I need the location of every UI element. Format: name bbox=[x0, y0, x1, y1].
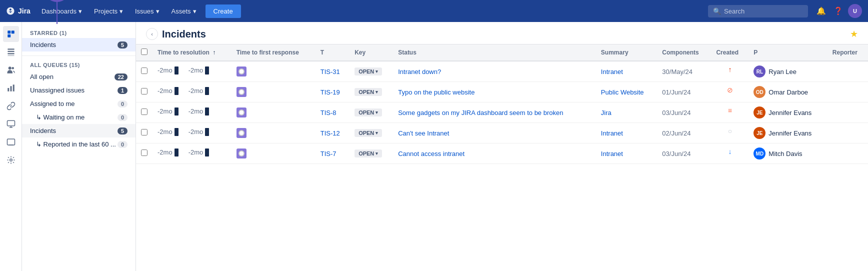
col-key: Key bbox=[350, 44, 393, 61]
issue-summary-link[interactable]: Cannot access intranet bbox=[398, 150, 464, 158]
reporter-cell: OD Omar Darboe bbox=[748, 82, 828, 102]
nav-dashboards[interactable]: Dashboards ▾ bbox=[36, 4, 87, 18]
project-switcher-icon[interactable] bbox=[3, 26, 19, 42]
component-link[interactable]: Intranet bbox=[601, 68, 623, 76]
component-cell: Intranet bbox=[596, 144, 657, 164]
nav-projects[interactable]: Projects ▾ bbox=[89, 4, 128, 18]
col-time-to-resolution[interactable]: Time to resolution ↑ bbox=[152, 44, 232, 61]
status-cell: OPEN ▾ bbox=[350, 144, 393, 164]
issue-type-icon bbox=[236, 148, 246, 158]
search-bar[interactable]: 🔍 Search bbox=[708, 5, 808, 18]
status-badge[interactable]: OPEN ▾ bbox=[354, 129, 382, 137]
queue-item-all-open[interactable]: All open 22 bbox=[22, 70, 136, 84]
notifications-icon[interactable]: 🔔 bbox=[814, 4, 828, 18]
status-badge[interactable]: OPEN ▾ bbox=[354, 150, 382, 158]
reporter-avatar: MD bbox=[754, 148, 766, 160]
page-title: Incidents bbox=[162, 28, 206, 40]
board-view-icon[interactable] bbox=[3, 44, 19, 60]
component-link[interactable]: Intranet bbox=[601, 150, 623, 158]
help-icon[interactable]: ❓ bbox=[831, 4, 845, 18]
status-badge[interactable]: OPEN ▾ bbox=[354, 68, 382, 76]
priority-cell: ≡ bbox=[711, 102, 748, 118]
component-cell: Intranet bbox=[596, 61, 657, 82]
row-checkbox[interactable] bbox=[141, 150, 148, 156]
people-icon[interactable] bbox=[3, 62, 19, 78]
row-checkbox[interactable] bbox=[141, 108, 148, 115]
issue-key-link[interactable]: TIS-12 bbox=[320, 130, 340, 137]
queue-item-label: Unassigned issues bbox=[30, 86, 84, 94]
select-all-checkbox[interactable] bbox=[141, 48, 148, 55]
svg-rect-15 bbox=[7, 139, 14, 145]
jira-logo[interactable]: Jira bbox=[6, 6, 30, 16]
time-bar-icon bbox=[205, 66, 209, 74]
link-icon[interactable] bbox=[3, 98, 19, 114]
top-nav: Jira Dashboards ▾ Projects ▾ Issues ▾ As… bbox=[0, 0, 868, 22]
user-avatar[interactable]: U bbox=[848, 4, 862, 18]
priority-cell: ↑ bbox=[711, 62, 748, 78]
created-cell: 03/Jun/24 bbox=[657, 102, 711, 123]
time-bar-icon bbox=[174, 87, 178, 95]
created-cell: 01/Jun/24 bbox=[657, 82, 711, 102]
issue-summary-link[interactable]: Intranet down? bbox=[398, 68, 441, 76]
queue-item-incidents[interactable]: Incidents 5 bbox=[22, 124, 136, 138]
issues-table-wrap: Time to resolution ↑ Time to first respo… bbox=[136, 44, 868, 271]
issue-key-link[interactable]: TIS-7 bbox=[320, 150, 336, 158]
row-checkbox[interactable] bbox=[141, 88, 148, 94]
summary-cell: Cannot access intranet bbox=[393, 144, 596, 164]
component-link[interactable]: Public Website bbox=[601, 88, 644, 96]
queue-item-incidents-starred[interactable]: Incidents 5 bbox=[22, 38, 136, 52]
svg-rect-1 bbox=[11, 30, 14, 34]
svg-rect-3 bbox=[8, 48, 14, 50]
chart-icon[interactable] bbox=[3, 80, 19, 96]
queue-item-label: All open bbox=[30, 73, 54, 80]
col-status: Status bbox=[393, 44, 596, 61]
issue-key-link[interactable]: TIS-31 bbox=[320, 68, 340, 76]
collapse-button[interactable]: ‹ bbox=[146, 28, 158, 40]
status-badge[interactable]: OPEN ▾ bbox=[354, 88, 382, 96]
queue-item-waiting-on-me[interactable]: ↳ Waiting on me 0 bbox=[22, 110, 136, 124]
issue-key-link[interactable]: TIS-19 bbox=[320, 88, 340, 96]
component-cell: Jira bbox=[596, 102, 657, 123]
queue-item-badge: 1 bbox=[118, 87, 128, 94]
reporter-cell: JE Jennifer Evans bbox=[748, 102, 828, 123]
queue-item-reported-last-60[interactable]: ↳ Reported in the last 60 ... 0 bbox=[22, 138, 136, 151]
queue-item-unassigned[interactable]: Unassigned issues 1 bbox=[22, 84, 136, 97]
issue-type-icon bbox=[236, 128, 246, 138]
component-link[interactable]: Jira bbox=[601, 109, 612, 116]
component-link[interactable]: Intranet bbox=[601, 130, 623, 137]
issue-key-link[interactable]: TIS-8 bbox=[320, 109, 336, 116]
settings-icon[interactable] bbox=[3, 152, 19, 168]
svg-point-17 bbox=[10, 159, 12, 162]
issue-summary-link[interactable]: Typo on the public website bbox=[398, 88, 474, 96]
time-to-resolution-cell: -2mo bbox=[152, 83, 184, 99]
queue-item-assigned-to-me[interactable]: Assigned to me 0 bbox=[22, 97, 136, 110]
issue-summary-link[interactable]: Some gadgets on my JIRA dashboard seem t… bbox=[398, 109, 563, 116]
all-queues-header: ALL QUEUES (15) bbox=[22, 60, 136, 70]
key-cell: TIS-8 bbox=[316, 102, 350, 123]
col-components: Components bbox=[657, 44, 711, 61]
nav-assets[interactable]: Assets ▾ bbox=[166, 4, 202, 18]
time-bar-icon bbox=[174, 66, 178, 74]
queue-item-badge: 5 bbox=[118, 128, 128, 134]
queue-item-badge: 0 bbox=[118, 100, 128, 108]
status-badge[interactable]: OPEN ▾ bbox=[354, 108, 382, 116]
row-checkbox[interactable] bbox=[141, 129, 148, 136]
nav-issues[interactable]: Issues ▾ bbox=[130, 4, 164, 18]
col-summary: Summary bbox=[596, 44, 657, 61]
svg-rect-9 bbox=[8, 88, 9, 92]
table-row: -2mo -2mo TIS-8 OPEN ▾ Some gadgets on m… bbox=[136, 102, 868, 123]
table-row: -2mo -2mo TIS-19 OPEN ▾ Typo on the publ… bbox=[136, 82, 868, 102]
queue-item-badge: 22 bbox=[114, 74, 128, 80]
monitor-icon[interactable] bbox=[3, 116, 19, 132]
time-to-first-response-cell: -2mo bbox=[184, 62, 214, 78]
row-checkbox[interactable] bbox=[141, 68, 148, 74]
create-button[interactable]: Create bbox=[206, 4, 241, 18]
time-bar-icon bbox=[174, 108, 178, 116]
issue-summary-link[interactable]: Can't see Intranet bbox=[398, 130, 449, 137]
key-cell: TIS-7 bbox=[316, 144, 350, 164]
desktop-icon[interactable] bbox=[3, 134, 19, 150]
time-to-first-response-cell: -2mo bbox=[184, 104, 214, 120]
issue-type-icon bbox=[236, 66, 246, 76]
svg-rect-5 bbox=[8, 53, 14, 54]
star-button[interactable]: ★ bbox=[850, 28, 858, 40]
